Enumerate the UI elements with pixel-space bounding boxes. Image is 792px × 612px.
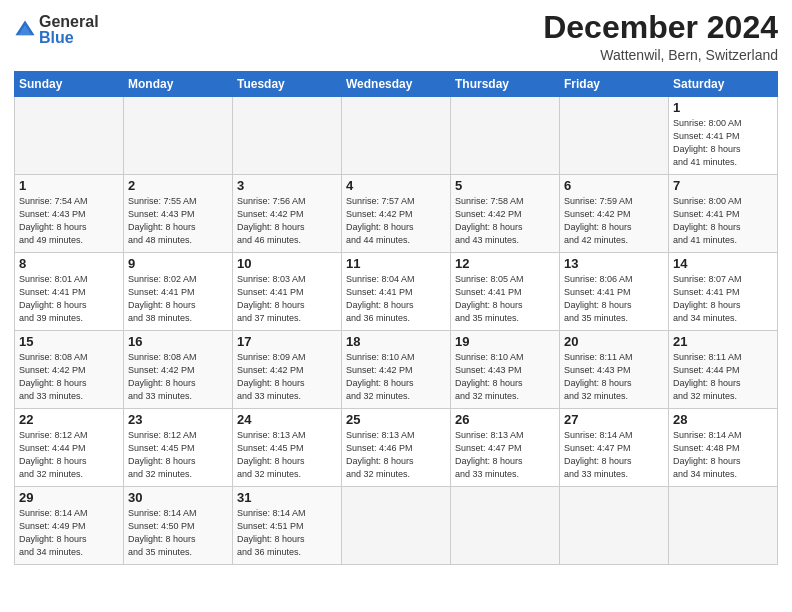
- day-number: 22: [19, 412, 119, 427]
- calendar-cell: 20Sunrise: 8:11 AMSunset: 4:43 PMDayligh…: [560, 331, 669, 409]
- day-info: Sunrise: 7:54 AMSunset: 4:43 PMDaylight:…: [19, 195, 119, 247]
- day-number: 14: [673, 256, 773, 271]
- calendar-cell: [560, 487, 669, 565]
- day-info: Sunrise: 8:13 AMSunset: 4:47 PMDaylight:…: [455, 429, 555, 481]
- day-number: 18: [346, 334, 446, 349]
- calendar-cell: [124, 97, 233, 175]
- calendar-week-row: 8Sunrise: 8:01 AMSunset: 4:41 PMDaylight…: [15, 253, 778, 331]
- day-info: Sunrise: 8:12 AMSunset: 4:44 PMDaylight:…: [19, 429, 119, 481]
- day-number: 5: [455, 178, 555, 193]
- day-number: 17: [237, 334, 337, 349]
- day-info: Sunrise: 8:14 AMSunset: 4:48 PMDaylight:…: [673, 429, 773, 481]
- day-number: 20: [564, 334, 664, 349]
- day-number: 7: [673, 178, 773, 193]
- calendar-cell: 1Sunrise: 7:54 AMSunset: 4:43 PMDaylight…: [15, 175, 124, 253]
- day-info: Sunrise: 8:11 AMSunset: 4:43 PMDaylight:…: [564, 351, 664, 403]
- header: General Blue December 2024 Wattenwil, Be…: [14, 10, 778, 63]
- day-number: 21: [673, 334, 773, 349]
- calendar-cell: 3Sunrise: 7:56 AMSunset: 4:42 PMDaylight…: [233, 175, 342, 253]
- day-info: Sunrise: 8:10 AMSunset: 4:43 PMDaylight:…: [455, 351, 555, 403]
- weekday-header-tuesday: Tuesday: [233, 72, 342, 97]
- weekday-header-saturday: Saturday: [669, 72, 778, 97]
- weekday-header-row: SundayMondayTuesdayWednesdayThursdayFrid…: [15, 72, 778, 97]
- calendar-cell: 4Sunrise: 7:57 AMSunset: 4:42 PMDaylight…: [342, 175, 451, 253]
- day-info: Sunrise: 8:14 AMSunset: 4:50 PMDaylight:…: [128, 507, 228, 559]
- calendar-cell: 18Sunrise: 8:10 AMSunset: 4:42 PMDayligh…: [342, 331, 451, 409]
- calendar-cell: 15Sunrise: 8:08 AMSunset: 4:42 PMDayligh…: [15, 331, 124, 409]
- calendar-cell: 23Sunrise: 8:12 AMSunset: 4:45 PMDayligh…: [124, 409, 233, 487]
- day-info: Sunrise: 8:10 AMSunset: 4:42 PMDaylight:…: [346, 351, 446, 403]
- day-number: 8: [19, 256, 119, 271]
- day-number: 25: [346, 412, 446, 427]
- calendar-cell: 11Sunrise: 8:04 AMSunset: 4:41 PMDayligh…: [342, 253, 451, 331]
- day-info: Sunrise: 8:14 AMSunset: 4:49 PMDaylight:…: [19, 507, 119, 559]
- calendar-cell: [233, 97, 342, 175]
- day-info: Sunrise: 8:08 AMSunset: 4:42 PMDaylight:…: [19, 351, 119, 403]
- day-number: 30: [128, 490, 228, 505]
- calendar-week-row: 15Sunrise: 8:08 AMSunset: 4:42 PMDayligh…: [15, 331, 778, 409]
- calendar-cell: 16Sunrise: 8:08 AMSunset: 4:42 PMDayligh…: [124, 331, 233, 409]
- calendar-cell: [342, 97, 451, 175]
- day-number: 26: [455, 412, 555, 427]
- day-number: 2: [128, 178, 228, 193]
- calendar-cell: 12Sunrise: 8:05 AMSunset: 4:41 PMDayligh…: [451, 253, 560, 331]
- weekday-header-friday: Friday: [560, 72, 669, 97]
- location: Wattenwil, Bern, Switzerland: [543, 47, 778, 63]
- day-number: 6: [564, 178, 664, 193]
- calendar-cell: 10Sunrise: 8:03 AMSunset: 4:41 PMDayligh…: [233, 253, 342, 331]
- logo-icon: [14, 19, 36, 41]
- day-info: Sunrise: 8:00 AMSunset: 4:41 PMDaylight:…: [673, 195, 773, 247]
- calendar-week-row: 1Sunrise: 8:00 AMSunset: 4:41 PMDaylight…: [15, 97, 778, 175]
- calendar-cell: 19Sunrise: 8:10 AMSunset: 4:43 PMDayligh…: [451, 331, 560, 409]
- calendar-cell: 27Sunrise: 8:14 AMSunset: 4:47 PMDayligh…: [560, 409, 669, 487]
- weekday-header-sunday: Sunday: [15, 72, 124, 97]
- day-info: Sunrise: 8:08 AMSunset: 4:42 PMDaylight:…: [128, 351, 228, 403]
- calendar-week-row: 29Sunrise: 8:14 AMSunset: 4:49 PMDayligh…: [15, 487, 778, 565]
- day-number: 4: [346, 178, 446, 193]
- calendar-cell: [560, 97, 669, 175]
- day-number: 31: [237, 490, 337, 505]
- day-number: 13: [564, 256, 664, 271]
- logo-blue: Blue: [39, 30, 99, 46]
- month-title: December 2024: [543, 10, 778, 45]
- calendar-cell: 9Sunrise: 8:02 AMSunset: 4:41 PMDaylight…: [124, 253, 233, 331]
- day-number: 3: [237, 178, 337, 193]
- day-info: Sunrise: 7:59 AMSunset: 4:42 PMDaylight:…: [564, 195, 664, 247]
- calendar-cell: 5Sunrise: 7:58 AMSunset: 4:42 PMDaylight…: [451, 175, 560, 253]
- calendar-cell: 30Sunrise: 8:14 AMSunset: 4:50 PMDayligh…: [124, 487, 233, 565]
- day-number: 29: [19, 490, 119, 505]
- calendar-cell: [451, 97, 560, 175]
- day-number: 10: [237, 256, 337, 271]
- day-info: Sunrise: 7:58 AMSunset: 4:42 PMDaylight:…: [455, 195, 555, 247]
- calendar-cell: [342, 487, 451, 565]
- calendar-cell: 2Sunrise: 7:55 AMSunset: 4:43 PMDaylight…: [124, 175, 233, 253]
- day-info: Sunrise: 8:07 AMSunset: 4:41 PMDaylight:…: [673, 273, 773, 325]
- day-info: Sunrise: 8:12 AMSunset: 4:45 PMDaylight:…: [128, 429, 228, 481]
- calendar-cell: 24Sunrise: 8:13 AMSunset: 4:45 PMDayligh…: [233, 409, 342, 487]
- day-number: 12: [455, 256, 555, 271]
- day-number: 1: [19, 178, 119, 193]
- day-info: Sunrise: 8:13 AMSunset: 4:46 PMDaylight:…: [346, 429, 446, 481]
- logo-text: General Blue: [39, 14, 99, 46]
- page-container: General Blue December 2024 Wattenwil, Be…: [0, 0, 792, 575]
- weekday-header-thursday: Thursday: [451, 72, 560, 97]
- day-info: Sunrise: 8:03 AMSunset: 4:41 PMDaylight:…: [237, 273, 337, 325]
- day-info: Sunrise: 8:13 AMSunset: 4:45 PMDaylight:…: [237, 429, 337, 481]
- calendar-cell: 21Sunrise: 8:11 AMSunset: 4:44 PMDayligh…: [669, 331, 778, 409]
- day-info: Sunrise: 8:04 AMSunset: 4:41 PMDaylight:…: [346, 273, 446, 325]
- weekday-header-monday: Monday: [124, 72, 233, 97]
- calendar-cell: 7Sunrise: 8:00 AMSunset: 4:41 PMDaylight…: [669, 175, 778, 253]
- title-area: December 2024 Wattenwil, Bern, Switzerla…: [543, 10, 778, 63]
- calendar-cell: 26Sunrise: 8:13 AMSunset: 4:47 PMDayligh…: [451, 409, 560, 487]
- day-info: Sunrise: 8:11 AMSunset: 4:44 PMDaylight:…: [673, 351, 773, 403]
- calendar-cell: [451, 487, 560, 565]
- calendar-cell: 8Sunrise: 8:01 AMSunset: 4:41 PMDaylight…: [15, 253, 124, 331]
- calendar-cell: 13Sunrise: 8:06 AMSunset: 4:41 PMDayligh…: [560, 253, 669, 331]
- day-info: Sunrise: 8:14 AMSunset: 4:51 PMDaylight:…: [237, 507, 337, 559]
- day-number: 19: [455, 334, 555, 349]
- calendar-cell: [15, 97, 124, 175]
- calendar-cell: 22Sunrise: 8:12 AMSunset: 4:44 PMDayligh…: [15, 409, 124, 487]
- day-info: Sunrise: 8:05 AMSunset: 4:41 PMDaylight:…: [455, 273, 555, 325]
- calendar-table: SundayMondayTuesdayWednesdayThursdayFrid…: [14, 71, 778, 565]
- day-number: 28: [673, 412, 773, 427]
